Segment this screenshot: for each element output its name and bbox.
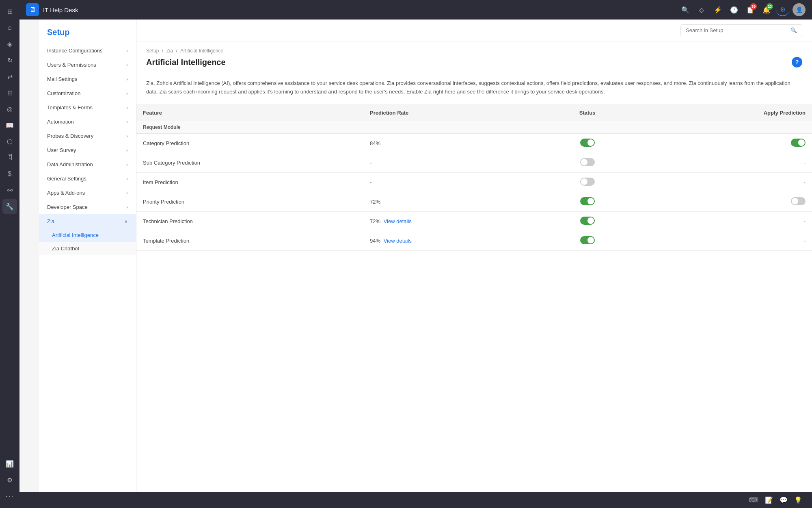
sidebar-label-users: Users & Permissions	[47, 62, 96, 68]
status-toggle-subcategory[interactable]	[580, 158, 595, 166]
table-row: Sub Category Prediction - -	[136, 153, 812, 172]
sidebar-item-data-administration[interactable]: Data Administration ›	[39, 157, 136, 172]
sidebar-label-customization: Customization	[47, 90, 80, 96]
status-toggle-template[interactable]	[580, 236, 595, 244]
page-header-row: Artificial Intelligence ?	[146, 57, 802, 67]
table-row: Technician Prediction 72% View details -	[136, 211, 812, 231]
sidebar-item-mail-settings[interactable]: Mail Settings ›	[39, 72, 136, 86]
rail-database-icon[interactable]: 🗄	[2, 150, 17, 165]
sidebar-item-apps-addons[interactable]: Apps & Add-ons ›	[39, 186, 136, 200]
description-text: Zia, Zoho's Artificial Intelligence (AI)…	[146, 79, 802, 96]
breadcrumb-zia[interactable]: Zia	[166, 48, 173, 54]
sidebar-label-apps: Apps & Add-ons	[47, 190, 85, 196]
sidebar-item-artificial-intelligence[interactable]: Artificial Intelligence	[39, 228, 136, 242]
feature-name: Category Prediction	[136, 133, 363, 153]
rail-more-icon[interactable]: ···	[5, 489, 14, 504]
rail-compass-icon[interactable]: ◎	[2, 102, 17, 116]
rail-book-icon[interactable]: 📖	[2, 118, 17, 132]
search-topbar-icon[interactable]: 🔍	[679, 3, 692, 16]
status-cell[interactable]	[540, 211, 635, 231]
rail-chart-icon[interactable]: 📊	[2, 456, 17, 471]
status-toggle-priority[interactable]	[580, 197, 595, 205]
view-details-technician[interactable]: View details	[384, 218, 412, 224]
feature-name: Template Prediction	[136, 231, 363, 250]
icon-rail: ⊞ ⌂ ◈ ↻ ⇄ ⊟ ◎ 📖 ⬡ 🗄 $ ⚯ 🔧 📊 ⚙ ···	[0, 0, 19, 508]
rail-grid-icon[interactable]: ⊞	[2, 4, 17, 19]
app-logo[interactable]: 🖥	[26, 3, 39, 16]
sidebar-item-templates-forms[interactable]: Templates & Forms ›	[39, 100, 136, 115]
apply-toggle-priority[interactable]	[791, 197, 806, 205]
rail-box-icon[interactable]: ⬡	[2, 134, 17, 149]
sidebar-item-probes-discovery[interactable]: Probes & Discovery ›	[39, 129, 136, 143]
status-cell[interactable]	[540, 172, 635, 192]
rail-gear2-icon[interactable]: ⚙	[2, 473, 17, 487]
help-icon[interactable]: ?	[792, 57, 802, 67]
search-input[interactable]	[686, 27, 790, 33]
rail-tag-icon[interactable]: ◈	[2, 37, 17, 51]
status-toggle-category[interactable]	[580, 139, 595, 147]
breadcrumb-setup[interactable]: Setup	[146, 48, 159, 54]
sidebar-label-mail: Mail Settings	[47, 76, 77, 82]
settings-icon[interactable]: ⚙	[776, 3, 789, 16]
chevron-icon: ›	[126, 105, 128, 111]
apply-toggle-category[interactable]	[791, 139, 806, 147]
content-area: Setup Instance Configurations › Users & …	[39, 20, 812, 508]
sidebar-item-customization[interactable]: Customization ›	[39, 86, 136, 100]
sidebar-item-zia-chatbot[interactable]: Zia Chatbot	[39, 242, 136, 255]
avatar[interactable]: 👤	[793, 3, 806, 16]
status-cell[interactable]	[540, 133, 635, 153]
rail-connect-icon[interactable]: ⚯	[2, 183, 17, 198]
table-wrapper: Feature Prediction Rate Status Apply Pre…	[136, 105, 812, 251]
status-cell[interactable]	[540, 192, 635, 211]
apply-cell[interactable]	[635, 133, 812, 153]
sidebar-item-zia[interactable]: Zia ∨	[39, 214, 136, 228]
chevron-icon: ›	[126, 119, 128, 125]
bottom-bar: ⌨ 📝 💬 💡	[19, 492, 812, 508]
clipboard-icon[interactable]: 📋 39	[744, 3, 757, 16]
chevron-icon: ›	[126, 148, 128, 153]
sidebar-item-developer-space[interactable]: Developer Space ›	[39, 200, 136, 214]
view-details-template[interactable]: View details	[384, 238, 412, 244]
rail-grid2-icon[interactable]: ⊟	[2, 85, 17, 100]
sidebar-item-instance-configurations[interactable]: Instance Configurations ›	[39, 43, 136, 58]
rail-refresh-icon[interactable]: ↻	[2, 53, 17, 67]
sidebar-label-survey: User Survey	[47, 147, 76, 153]
table-header-row: Feature Prediction Rate Status Apply Pre…	[136, 105, 812, 121]
lightbulb-icon[interactable]: 💡	[794, 496, 802, 504]
sidebar-item-user-survey[interactable]: User Survey ›	[39, 143, 136, 157]
apply-cell[interactable]	[635, 192, 812, 211]
chat-icon[interactable]: 💬	[780, 496, 788, 504]
history-icon[interactable]: 🕐	[728, 3, 741, 16]
status-toggle-item[interactable]	[580, 178, 595, 186]
chevron-down-icon: ∨	[124, 219, 128, 224]
status-cell[interactable]	[540, 231, 635, 250]
lightning-icon[interactable]: ⚡	[711, 3, 724, 16]
star-icon[interactable]: ◇	[695, 3, 708, 16]
accessibility-icon[interactable]: ⌨	[749, 496, 758, 504]
bell-badge: 23	[767, 3, 773, 10]
status-cell[interactable]	[540, 153, 635, 172]
prediction-rate: 84%	[363, 133, 540, 153]
edit-icon[interactable]: 📝	[765, 496, 773, 504]
sidebar-item-general-settings[interactable]: General Settings ›	[39, 172, 136, 186]
rail-wrench-icon[interactable]: 🔧	[2, 199, 17, 214]
bell-icon[interactable]: 🔔 23	[760, 3, 773, 16]
col-feature: Feature	[136, 105, 363, 121]
sidebar-item-automation[interactable]: Automation ›	[39, 115, 136, 129]
rail-dollar-icon[interactable]: $	[2, 167, 17, 181]
topbar-icons: 🔍 ◇ ⚡ 🕐 📋 39 🔔 23 ⚙ 👤	[679, 3, 806, 16]
rail-home-icon[interactable]: ⌂	[2, 20, 17, 35]
rail-shuffle-icon[interactable]: ⇄	[2, 69, 17, 84]
prediction-rate: 72%	[363, 192, 540, 211]
chevron-icon: ›	[126, 204, 128, 210]
feature-name: Priority Prediction	[136, 192, 363, 211]
sidebar-item-users-permissions[interactable]: Users & Permissions ›	[39, 58, 136, 72]
main-content: 🔍 Setup / Zia / Artificial Intelligence …	[136, 20, 812, 508]
sidebar-label-templates: Templates & Forms	[47, 104, 93, 111]
table-row: Template Prediction 94% View details -	[136, 231, 812, 250]
topbar: 🖥 IT Help Desk 🔍 ◇ ⚡ 🕐 📋 39 🔔 23 ⚙ 👤	[19, 0, 812, 20]
section-label: Request Module	[136, 121, 812, 133]
search-bar[interactable]: 🔍	[680, 24, 802, 36]
status-toggle-technician[interactable]	[580, 217, 595, 225]
breadcrumb-ai: Artificial Intelligence	[180, 48, 223, 54]
